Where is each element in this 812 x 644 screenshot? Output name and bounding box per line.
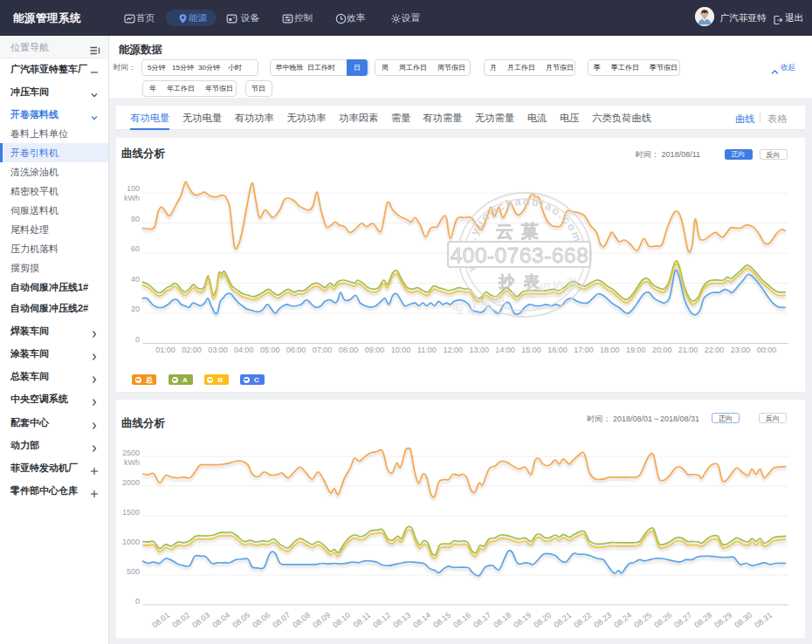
svg-text:20:00: 20:00 [652,346,672,354]
svg-text:18:00: 18:00 [600,346,620,354]
svg-text:100: 100 [127,184,140,193]
svg-text:03:00: 03:00 [208,346,228,354]
svg-text:08.14: 08.14 [411,611,432,630]
svg-text:08.27: 08.27 [672,611,693,630]
svg-text:08.17: 08.17 [471,611,492,630]
svg-text:2000: 2000 [122,478,140,487]
svg-text:00:00: 00:00 [757,346,777,354]
svg-text:60: 60 [131,244,140,253]
svg-text:08.13: 08.13 [391,611,412,630]
svg-text:08.05: 08.05 [231,611,251,630]
svg-text:08.18: 08.18 [492,611,513,630]
svg-text:02:00: 02:00 [182,346,202,354]
svg-text:08.03: 08.03 [190,611,211,630]
svg-text:08.24: 08.24 [612,611,633,630]
svg-text:1000: 1000 [122,538,140,546]
svg-text:05:00: 05:00 [260,346,280,354]
svg-text:08.20: 08.20 [532,611,553,630]
svg-text:08.09: 08.09 [311,611,332,630]
svg-text:06:00: 06:00 [286,346,306,354]
svg-text:16:00: 16:00 [547,346,568,354]
svg-text:1500: 1500 [122,508,140,517]
svg-text:14:00: 14:00 [495,346,515,354]
svg-text:12:00: 12:00 [443,346,463,354]
svg-text:08.31: 08.31 [753,611,774,630]
svg-text:08.23: 08.23 [592,611,613,630]
svg-text:08.06: 08.06 [251,611,272,630]
svg-text:07:00: 07:00 [313,346,333,354]
svg-text:04:00: 04:00 [234,346,254,354]
svg-text:08.29: 08.29 [712,611,733,630]
svg-text:500: 500 [127,567,140,576]
svg-text:23:00: 23:00 [731,346,751,354]
svg-text:10:00: 10:00 [391,346,411,354]
svg-text:400-0763-668: 400-0763-668 [451,243,589,267]
svg-text:08.15: 08.15 [431,611,452,630]
svg-text:17:00: 17:00 [574,346,594,354]
svg-text:22:00: 22:00 [705,346,725,354]
svg-text:08.10: 08.10 [331,611,352,630]
svg-text:08.19: 08.19 [512,611,533,630]
svg-text:08.08: 08.08 [291,611,312,630]
svg-text:0: 0 [135,335,140,344]
svg-text:kWh: kWh [124,194,140,202]
svg-text:08.02: 08.02 [170,611,191,630]
svg-text:云菓: 云菓 [496,222,547,241]
svg-text:08.11: 08.11 [352,611,372,629]
svg-text:21:00: 21:00 [678,346,698,354]
svg-text:19:00: 19:00 [626,346,646,354]
svg-text:kWh: kWh [124,458,140,467]
svg-text:13:00: 13:00 [469,346,489,354]
svg-text:08.12: 08.12 [371,611,392,630]
svg-text:08.01: 08.01 [150,611,171,630]
svg-text:08.28: 08.28 [692,611,713,630]
svg-text:08.16: 08.16 [451,611,472,630]
svg-text:08.04: 08.04 [210,611,231,630]
svg-text:20: 20 [131,305,140,313]
svg-text:08.25: 08.25 [632,611,653,630]
svg-text:08.30: 08.30 [733,611,754,630]
svg-text:2500: 2500 [122,449,140,457]
svg-text:08.26: 08.26 [652,611,673,630]
svg-text:11:00: 11:00 [417,346,437,354]
svg-text:80: 80 [131,215,140,223]
svg-text:0: 0 [135,597,140,606]
svg-text:08.21: 08.21 [552,611,573,630]
svg-text:09:00: 09:00 [365,346,385,354]
svg-text:08:00: 08:00 [339,346,359,354]
svg-text:08.22: 08.22 [572,611,593,630]
svg-text:40: 40 [131,275,140,284]
svg-text:08.07: 08.07 [271,611,292,630]
svg-text:01:00: 01:00 [155,346,175,354]
svg-text:15:00: 15:00 [521,346,541,354]
